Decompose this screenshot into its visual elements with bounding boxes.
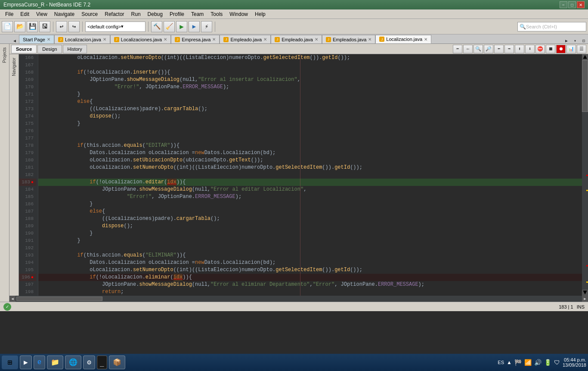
h-scroll-thumb[interactable] bbox=[16, 297, 102, 301]
search-input[interactable]: Search (Ctrl+I) bbox=[526, 24, 557, 29]
editor-toolbar-btn12[interactable]: 📊 bbox=[566, 45, 576, 53]
taskbar-app-chrome[interactable]: 🌐 bbox=[65, 356, 81, 369]
menu-refactor[interactable]: Refactor bbox=[101, 10, 127, 18]
scroll-thumb[interactable] bbox=[582, 60, 588, 112]
minimize-button[interactable]: − bbox=[560, 1, 567, 8]
scroll-up-button[interactable]: ▲ bbox=[582, 54, 588, 60]
tab-localizaciones[interactable]: J Localizaciones.java ✕ bbox=[110, 35, 171, 43]
editor-toolbar-btn4[interactable]: 🔎 bbox=[484, 45, 493, 53]
line-num-185: 185 bbox=[19, 193, 36, 201]
statusbar-left: ✓ bbox=[3, 303, 11, 311]
tab-close-icon[interactable]: ✕ bbox=[424, 37, 427, 42]
close-button[interactable]: ✕ bbox=[577, 1, 585, 8]
taskbar-app-cube[interactable]: 📦 bbox=[109, 356, 125, 369]
menu-navigate[interactable]: Navigate bbox=[51, 10, 78, 18]
tab-close-icon[interactable]: ✕ bbox=[368, 37, 371, 42]
toolbar-sep2 bbox=[82, 22, 83, 32]
tab-empleado2[interactable]: J Empleado.java ✕ bbox=[271, 35, 322, 43]
menu-file[interactable]: File bbox=[2, 10, 17, 18]
taskbar-app-settings[interactable]: ⚙ bbox=[83, 356, 95, 369]
editor-toolbar-btn7[interactable]: ⬆ bbox=[515, 45, 524, 53]
menu-window[interactable]: Window bbox=[226, 10, 251, 18]
tab-localizacion2[interactable]: J Localizacion.java ✕ bbox=[375, 35, 431, 43]
tab-close-icon[interactable]: ✕ bbox=[263, 37, 267, 42]
run-button[interactable]: ▶ bbox=[176, 21, 187, 32]
tab-close-icon[interactable]: ✕ bbox=[47, 37, 50, 42]
tab-restore[interactable]: ⊡ bbox=[579, 38, 588, 43]
menu-view[interactable]: View bbox=[33, 10, 51, 18]
debug-button[interactable]: ▶ bbox=[189, 21, 200, 32]
sidebar-projects-label[interactable]: Projects bbox=[1, 46, 8, 65]
lang-indicator: ES bbox=[498, 360, 504, 365]
tab-start-page[interactable]: Start Page ✕ bbox=[19, 35, 54, 43]
clock[interactable]: 05:44 p.m. 13/09/2018 bbox=[563, 357, 586, 368]
taskbar-app-media[interactable]: ▶ bbox=[20, 356, 32, 369]
taskbar-app-terminal[interactable]: _ bbox=[97, 356, 107, 369]
menu-run[interactable]: Run bbox=[128, 10, 144, 18]
profile-button[interactable]: ⚡ bbox=[201, 21, 212, 32]
clean-build-button[interactable]: 🧹 bbox=[164, 21, 175, 32]
tab-close-icon[interactable]: ✕ bbox=[212, 37, 216, 42]
scroll-down-button[interactable]: ▼ bbox=[582, 290, 588, 296]
editor-toolbar-btn5[interactable]: ⬅ bbox=[494, 45, 504, 53]
editor-toolbar-btn13[interactable]: ☰ bbox=[577, 45, 586, 53]
editor-toolbar-btn11[interactable]: ⏺ bbox=[556, 45, 566, 53]
editor-toolbar-btn3[interactable]: 🔍 bbox=[473, 45, 483, 53]
line-num-175: 175 bbox=[19, 120, 36, 127]
scroll-left-button[interactable]: ◀ bbox=[9, 296, 15, 302]
tab-source[interactable]: Source bbox=[11, 45, 37, 53]
tab-empresa[interactable]: J Empresa.java ✕ bbox=[171, 35, 220, 43]
editor-toolbar-btn1[interactable]: ⬅ bbox=[453, 45, 462, 53]
tab-empleado1[interactable]: J Empleado.java ✕ bbox=[220, 35, 271, 43]
code-area: Navigator 166 167 168 169 170 171 172 17… bbox=[9, 54, 588, 296]
navigator-label[interactable]: Navigator bbox=[11, 56, 17, 78]
code-line-195: oLocalizacion.setNumeroDpto((int)((Lista… bbox=[38, 266, 582, 274]
tab-scroll-left[interactable]: ◀ bbox=[10, 38, 19, 43]
menu-profile[interactable]: Profile bbox=[166, 10, 188, 18]
new-project-button[interactable]: 📄 bbox=[2, 21, 13, 32]
undo-button[interactable]: ↩ bbox=[56, 21, 67, 32]
code-content[interactable]: oLocalizacion.setNumeroDpto((int)((Lista… bbox=[38, 54, 582, 296]
date-display: 13/09/2018 bbox=[563, 362, 586, 368]
maximize-button[interactable]: □ bbox=[568, 1, 576, 8]
editor-toolbar-btn8[interactable]: ⬇ bbox=[525, 45, 535, 53]
menu-help[interactable]: Help bbox=[251, 10, 269, 18]
editor-toolbar-btn9[interactable]: ⛔ bbox=[535, 45, 545, 53]
open-project-button[interactable]: 📂 bbox=[14, 21, 25, 32]
save-all-button[interactable]: 🖫 bbox=[39, 21, 50, 32]
build-button[interactable]: 🔨 bbox=[151, 21, 162, 32]
vertical-scrollbar[interactable]: ▲ ▼ bbox=[582, 54, 588, 296]
tab-scroll-right[interactable]: ▶ bbox=[562, 38, 571, 43]
code-line-189: dispose(); bbox=[38, 223, 582, 230]
tab-close-icon[interactable]: ✕ bbox=[164, 37, 167, 42]
status-icon[interactable]: ✓ bbox=[3, 303, 11, 311]
menu-source[interactable]: Source bbox=[78, 10, 101, 18]
redo-button[interactable]: ↪ bbox=[68, 21, 80, 32]
taskbar-app-explorer[interactable]: 📁 bbox=[47, 356, 63, 369]
tab-history[interactable]: History bbox=[63, 45, 87, 53]
line-num-194: 194 bbox=[19, 259, 36, 266]
tab-empleados[interactable]: J Empleados.java ✕ bbox=[322, 35, 375, 43]
tab-close-icon[interactable]: ✕ bbox=[103, 37, 106, 42]
tab-localizacion1[interactable]: J Localizacion.java ✕ bbox=[54, 35, 110, 43]
menu-tools[interactable]: Tools bbox=[207, 10, 226, 18]
tab-design[interactable]: Design bbox=[37, 45, 62, 53]
menu-team[interactable]: Team bbox=[188, 10, 207, 18]
code-line-191: } bbox=[38, 237, 582, 244]
editor-toolbar-btn2[interactable]: ⇦ bbox=[463, 45, 473, 53]
menu-debug[interactable]: Debug bbox=[144, 10, 166, 18]
scroll-right-button[interactable]: ▶ bbox=[582, 296, 588, 302]
tab-close-icon[interactable]: ✕ bbox=[315, 37, 318, 42]
toolbar-sep1 bbox=[53, 22, 53, 32]
start-button[interactable]: ⊞ bbox=[2, 356, 18, 369]
tab-dropdown[interactable]: ▾ bbox=[571, 38, 579, 43]
taskbar-app-ie[interactable]: e bbox=[34, 356, 46, 369]
menu-edit[interactable]: Edit bbox=[17, 10, 33, 18]
tab-label: Empleado.java bbox=[230, 37, 262, 42]
editor-toolbar-btn10[interactable]: ⏹ bbox=[546, 45, 555, 53]
save-button[interactable]: 💾 bbox=[27, 21, 38, 32]
warning-marker-2 bbox=[586, 281, 588, 283]
config-dropdown[interactable]: <default config>▾ bbox=[85, 22, 145, 32]
editor-toolbar-btn6[interactable]: ➡ bbox=[504, 45, 514, 53]
horizontal-scrollbar[interactable]: ◀ ▶ bbox=[9, 296, 588, 302]
